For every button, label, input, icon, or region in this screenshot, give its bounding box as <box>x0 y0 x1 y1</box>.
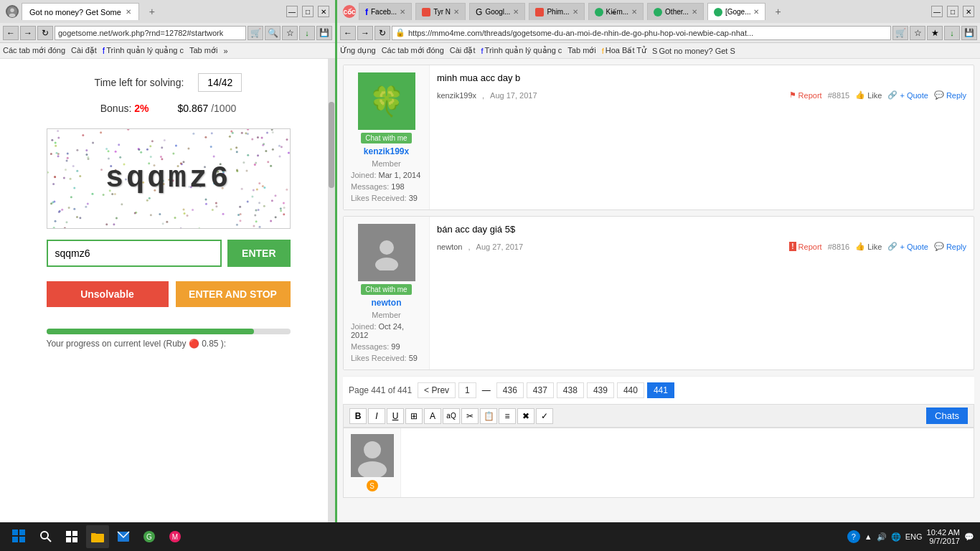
right-cart-icon[interactable]: 🛒 <box>892 26 908 40</box>
editor-confirm-btn[interactable]: ✓ <box>536 408 553 424</box>
cart-icon[interactable]: 🛒 <box>248 26 263 40</box>
right-tab-goge-close[interactable]: ✕ <box>753 8 759 16</box>
report-btn-1[interactable]: ⚑ Report <box>789 90 822 100</box>
page-440-btn[interactable]: 440 <box>617 382 644 398</box>
editor-paste-btn[interactable]: 📋 <box>480 408 497 424</box>
save-icon[interactable]: 💾 <box>316 26 332 40</box>
minimize-btn[interactable]: — <box>286 6 298 17</box>
taskbar-app2-btn[interactable]: M <box>164 525 187 548</box>
right-close-btn[interactable]: ✕ <box>963 6 974 17</box>
left-bookmark-4[interactable]: Tab mới <box>189 46 217 55</box>
chats-button[interactable]: Chats <box>926 408 968 424</box>
right-tab-other[interactable]: Other... ✕ <box>647 3 704 20</box>
bookmark-icon[interactable]: ☆ <box>282 26 298 40</box>
right-bookmark-newtab[interactable]: Tab mới <box>567 46 595 55</box>
right-minimize-btn[interactable]: — <box>931 6 943 17</box>
right-back-btn[interactable]: ← <box>340 26 356 40</box>
right-content-area[interactable]: 🍀 Chat with me kenzik199x Member Joined:… <box>337 59 980 551</box>
search-icon[interactable]: 🔍 <box>265 26 281 40</box>
right-address-bar[interactable]: 🔒 https://mmo4me.com/threads/gogetsome-d… <box>392 26 891 40</box>
left-bookmarks-more[interactable]: » <box>223 47 227 55</box>
editor-italic-btn[interactable]: I <box>368 408 385 424</box>
page-437-btn[interactable]: 437 <box>527 382 554 398</box>
reply-text-area[interactable] <box>401 428 974 497</box>
left-address-bar[interactable]: gogetsome.net/work.php?rnd=12782#startwo… <box>55 26 246 40</box>
right-save-icon[interactable]: 💾 <box>961 26 977 40</box>
enter-button[interactable]: ENTER <box>227 240 290 267</box>
tray-up-icon[interactable]: ▲ <box>864 532 872 541</box>
quote-btn-2[interactable]: 🔗 + Quote <box>887 242 928 251</box>
editor-clear-btn[interactable]: ✖ <box>517 408 534 424</box>
download-icon[interactable]: ↓ <box>299 26 315 40</box>
editor-underline-btn[interactable]: U <box>387 408 404 424</box>
maximize-btn[interactable]: □ <box>302 6 314 17</box>
right-reload-btn[interactable]: ↻ <box>374 26 390 40</box>
tray-help-icon[interactable]: ? <box>847 530 860 543</box>
right-bookmark-flower[interactable]: f Hoa Bất Tử <box>602 46 646 55</box>
right-bookmark-ads[interactable]: f Trình quản lý quảng c <box>481 46 562 55</box>
left-new-tab-btn[interactable]: + <box>143 4 161 19</box>
right-tab-tyr-close[interactable]: ✕ <box>453 8 459 16</box>
prev-page-btn[interactable]: < Prev <box>418 382 456 398</box>
right-bookmark-apps[interactable]: Ứng dụng <box>340 46 376 55</box>
enter-stop-button[interactable]: ENTER AND STOP <box>176 281 291 307</box>
right-tab-google-close[interactable]: ✕ <box>513 8 519 16</box>
left-back-btn[interactable]: ← <box>3 26 19 40</box>
taskbar-task-view-btn[interactable] <box>60 525 83 548</box>
editor-cut-btn[interactable]: ✂ <box>461 408 479 424</box>
like-btn-1[interactable]: 👍 Like <box>855 90 882 100</box>
tray-language-icon[interactable]: ENG <box>905 532 923 541</box>
right-tab-facebook-close[interactable]: ✕ <box>400 8 405 16</box>
notification-btn[interactable]: 💬 <box>964 532 974 542</box>
quote-btn-1[interactable]: 🔗 + Quote <box>887 90 928 100</box>
page-439-btn[interactable]: 439 <box>587 382 614 398</box>
right-tab-phim-close[interactable]: ✕ <box>573 8 578 16</box>
right-bookmark-tabs[interactable]: Các tab mới đóng <box>382 46 444 55</box>
post-username-1[interactable]: kenzik199x <box>364 146 409 156</box>
right-bookmark-icon[interactable]: ☆ <box>910 26 925 40</box>
page-441-btn[interactable]: 441 <box>647 382 674 398</box>
right-tab-other-close[interactable]: ✕ <box>692 8 697 16</box>
right-bookmark-gotno[interactable]: S Got no money? Get S <box>652 47 735 55</box>
right-tab-tyr[interactable]: Tyr N ✕ <box>415 3 466 20</box>
editor-font-size-btn[interactable]: aQ <box>443 408 460 424</box>
like-btn-2[interactable]: 👍 Like <box>855 242 882 251</box>
unsolvable-button[interactable]: Unsolvable <box>47 281 169 307</box>
reply-btn-2[interactable]: 💬 Reply <box>934 242 966 251</box>
report-btn-2[interactable]: ! Report <box>789 242 821 251</box>
tray-volume-icon[interactable]: 🔊 <box>877 532 887 542</box>
right-tab-google[interactable]: G Googl... ✕ <box>469 3 525 20</box>
start-button[interactable] <box>6 526 32 548</box>
editor-align-btn[interactable]: ≡ <box>499 408 516 424</box>
post-username-2[interactable]: newton <box>372 298 402 308</box>
tray-network-icon[interactable]: 🌐 <box>891 532 901 542</box>
right-tab-kiem-close[interactable]: ✕ <box>631 8 637 16</box>
right-tab-facebook[interactable]: f Faceb... ✕ <box>359 3 412 20</box>
right-maximize-btn[interactable]: □ <box>947 6 958 17</box>
left-reload-btn[interactable]: ↻ <box>37 26 53 40</box>
captcha-input[interactable] <box>47 240 222 267</box>
right-tab-phim[interactable]: Phim... ✕ <box>529 3 584 20</box>
right-bookmark-settings[interactable]: Cài đặt <box>450 46 476 55</box>
page-436-btn[interactable]: 436 <box>496 382 524 398</box>
editor-font-color-btn[interactable]: A <box>424 408 441 424</box>
left-forward-btn[interactable]: → <box>20 26 36 40</box>
left-bookmark-3[interactable]: f Trình quản lý quảng c <box>103 46 184 56</box>
left-tab-close[interactable]: ✕ <box>126 8 131 16</box>
first-page-btn[interactable]: 1 <box>458 382 476 398</box>
left-bookmark-2[interactable]: Cài đặt <box>71 46 97 55</box>
taskbar-app1-btn[interactable]: G <box>138 525 161 548</box>
chat-with-me-btn-2[interactable]: Chat with me <box>361 284 411 295</box>
editor-bold-btn[interactable]: B <box>349 408 367 424</box>
taskbar-file-explorer-btn[interactable] <box>86 525 109 548</box>
taskbar-mail-btn[interactable] <box>112 525 135 548</box>
right-star-icon[interactable]: ★ <box>927 26 943 40</box>
reply-btn-1[interactable]: 💬 Reply <box>934 90 966 100</box>
right-forward-btn[interactable]: → <box>357 26 373 40</box>
left-tab-active[interactable]: Got no money? Get Some ✕ <box>22 3 139 20</box>
taskbar-search-btn[interactable] <box>34 525 57 548</box>
editor-table-btn[interactable]: ⊞ <box>405 408 423 424</box>
right-tab-kiem[interactable]: Kiếm... ✕ <box>588 3 644 20</box>
right-download-icon[interactable]: ↓ <box>944 26 960 40</box>
close-btn[interactable]: ✕ <box>318 6 329 17</box>
